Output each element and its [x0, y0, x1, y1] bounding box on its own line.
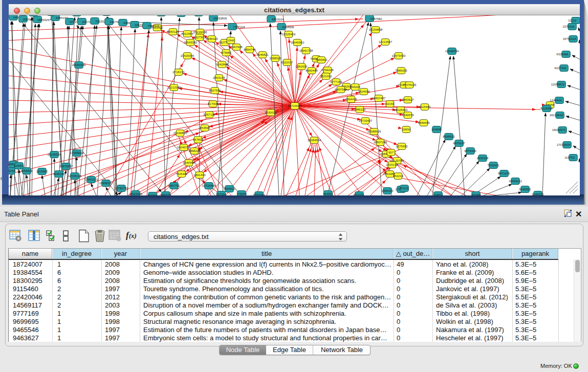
svg-text:16640910: 16640910	[291, 41, 304, 44]
svg-text:3624554: 3624554	[358, 90, 370, 93]
svg-text:62160: 62160	[386, 102, 395, 105]
svg-text:15751024: 15751024	[563, 37, 577, 40]
svg-text:3267130: 3267130	[203, 113, 215, 116]
svg-text:1362615: 1362615	[295, 65, 308, 68]
svg-text:1075692: 1075692	[396, 145, 408, 148]
svg-text:16853267: 16853267	[37, 18, 51, 21]
svg-text:9699695: 9699695	[418, 121, 430, 124]
svg-text:6794028: 6794028	[321, 69, 334, 72]
svg-text:9329996: 9329996	[556, 53, 569, 56]
svg-text:13325419: 13325419	[282, 33, 296, 36]
svg-text:23420046: 23420046	[181, 54, 194, 57]
svg-text:10807487: 10807487	[372, 97, 386, 100]
svg-text:12093872: 12093872	[551, 83, 565, 86]
svg-text:16154808: 16154808	[369, 28, 383, 31]
svg-text:1691443: 1691443	[193, 173, 206, 177]
svg-text:12213967: 12213967	[379, 40, 393, 43]
svg-text:746266: 746266	[350, 85, 361, 89]
svg-text:7604512: 7604512	[223, 187, 235, 190]
svg-text:675685: 675685	[221, 51, 232, 54]
svg-text:2803144: 2803144	[213, 76, 225, 79]
svg-text:10688609: 10688609	[367, 130, 381, 133]
svg-text:16782759: 16782759	[115, 187, 128, 190]
svg-text:10654112: 10654112	[509, 180, 522, 183]
svg-text:176044: 176044	[236, 192, 247, 195]
svg-text:12213369: 12213369	[167, 86, 181, 89]
svg-text:7357224: 7357224	[233, 26, 245, 29]
svg-text:924501: 924501	[433, 193, 444, 195]
svg-text:872231: 872231	[354, 193, 365, 195]
svg-text:9327503: 9327503	[193, 36, 206, 39]
svg-text:15720407: 15720407	[359, 119, 373, 122]
svg-text:6497568: 6497568	[335, 88, 347, 91]
svg-text:39154: 39154	[9, 169, 15, 172]
svg-text:8990448: 8990448	[306, 69, 318, 72]
svg-text:18724007: 18724007	[288, 104, 302, 107]
svg-text:11923446: 11923446	[129, 192, 143, 195]
svg-text:1964410: 1964410	[381, 189, 394, 192]
svg-text:907: 907	[388, 151, 394, 154]
svg-text:9146821: 9146821	[256, 53, 269, 56]
svg-text:16543382: 16543382	[184, 41, 198, 44]
svg-text:7625402: 7625402	[176, 172, 188, 176]
svg-text:17016504: 17016504	[557, 143, 571, 146]
svg-text:10958107: 10958107	[99, 182, 113, 185]
svg-text:9227342: 9227342	[554, 67, 567, 70]
svg-text:23226058: 23226058	[193, 31, 207, 34]
svg-text:6479197: 6479197	[453, 142, 465, 145]
svg-text:7485003: 7485003	[395, 69, 407, 72]
svg-text:16648784: 16648784	[445, 50, 459, 53]
svg-text:16210643: 16210643	[550, 114, 563, 117]
svg-text:992344: 992344	[147, 194, 158, 195]
svg-text:1156829: 1156829	[21, 169, 33, 172]
svg-text:9463627: 9463627	[402, 98, 414, 101]
svg-text:2718170: 2718170	[172, 71, 185, 74]
svg-text:9245012: 9245012	[532, 193, 544, 195]
svg-text:17375135: 17375135	[403, 83, 417, 86]
svg-text:16033809: 16033809	[213, 17, 227, 20]
svg-text:116753: 116753	[564, 156, 575, 159]
svg-text:453594: 453594	[200, 126, 210, 129]
svg-text:1145194: 1145194	[53, 172, 66, 176]
svg-text:8427552: 8427552	[209, 89, 221, 92]
svg-text:7986322: 7986322	[354, 108, 366, 111]
svg-text:8938923: 8938923	[443, 135, 455, 138]
svg-text:157164: 157164	[216, 193, 227, 195]
svg-text:8660124: 8660124	[167, 30, 179, 33]
svg-text:2364436: 2364436	[345, 98, 357, 101]
svg-text:964501: 964501	[323, 192, 334, 195]
svg-text:17359924: 17359924	[70, 151, 84, 155]
svg-text:567833: 567833	[193, 138, 204, 141]
svg-text:20206536: 20206536	[48, 153, 61, 156]
svg-text:2687682: 2687682	[370, 17, 382, 20]
svg-text:17957223: 17957223	[84, 178, 98, 181]
svg-text:6322037: 6322037	[281, 61, 293, 64]
svg-text:1546: 1546	[227, 39, 234, 42]
svg-text:9115460: 9115460	[419, 105, 431, 108]
svg-text:8454749: 8454749	[244, 48, 256, 51]
svg-text:1640994: 1640994	[183, 161, 195, 164]
svg-text:16046738: 16046738	[177, 146, 191, 149]
svg-text:9242848: 9242848	[216, 63, 228, 66]
svg-text:7632621: 7632621	[487, 164, 499, 167]
svg-text:817004: 817004	[208, 102, 219, 105]
svg-text:1244419: 1244419	[550, 99, 562, 102]
svg-text:945779: 945779	[161, 193, 171, 195]
svg-text:9245652: 9245652	[519, 188, 531, 191]
svg-text:87223: 87223	[400, 187, 409, 190]
svg-text:252214: 252214	[393, 174, 404, 178]
svg-text:1615132: 1615132	[386, 163, 398, 166]
svg-text:7515526: 7515526	[147, 25, 160, 28]
svg-text:1115682: 1115682	[36, 170, 48, 173]
svg-text:3498222: 3498222	[188, 149, 201, 152]
svg-text:9777169: 9777169	[330, 80, 342, 83]
svg-text:164095: 164095	[431, 128, 442, 131]
svg-text:1549579: 1549579	[402, 114, 414, 117]
svg-text:97245: 97245	[472, 193, 481, 195]
svg-text:2933114: 2933114	[477, 157, 489, 160]
svg-text:9218506: 9218506	[282, 26, 294, 29]
svg-text:15716485: 15716485	[202, 184, 216, 187]
svg-text:11212: 11212	[568, 19, 577, 22]
svg-text:15692971: 15692971	[552, 128, 566, 132]
svg-text:8215958: 8215958	[540, 107, 553, 110]
